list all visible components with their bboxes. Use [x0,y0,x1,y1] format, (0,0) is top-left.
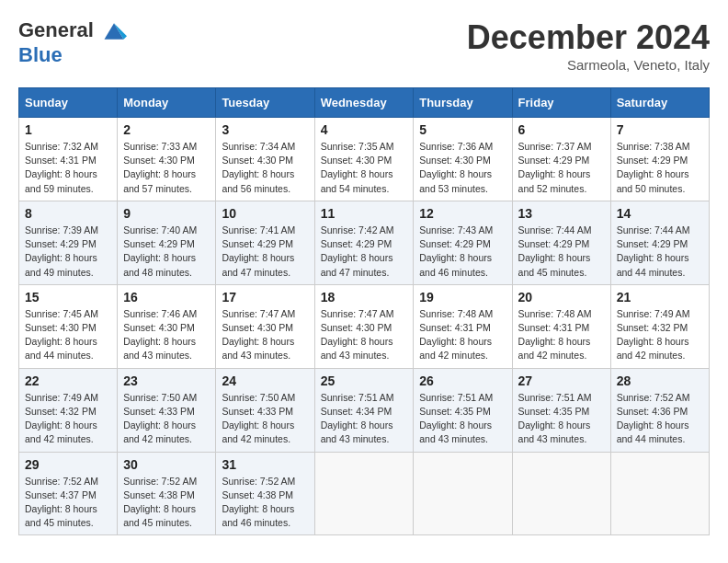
day-header-tuesday: Tuesday [216,88,314,118]
calendar-cell: 22 Sunrise: 7:49 AM Sunset: 4:32 PM Dayl… [19,368,118,452]
day-info: Sunrise: 7:48 AM Sunset: 4:31 PM Dayligh… [518,307,605,363]
day-header-thursday: Thursday [414,88,512,118]
calendar-cell: 30 Sunrise: 7:52 AM Sunset: 4:38 PM Dayl… [118,452,216,535]
day-info: Sunrise: 7:39 AM Sunset: 4:29 PM Dayligh… [25,224,111,280]
calendar-cell: 6 Sunrise: 7:37 AM Sunset: 4:29 PM Dayli… [512,118,610,201]
calendar-cell: 4 Sunrise: 7:35 AM Sunset: 4:30 PM Dayli… [314,118,414,201]
calendar-cell: 28 Sunrise: 7:52 AM Sunset: 4:36 PM Dayl… [610,368,709,452]
day-number: 23 [123,373,210,388]
day-info: Sunrise: 7:50 AM Sunset: 4:33 PM Dayligh… [123,391,210,447]
calendar-cell: 24 Sunrise: 7:50 AM Sunset: 4:33 PM Dayl… [216,368,314,452]
day-info: Sunrise: 7:49 AM Sunset: 4:32 PM Dayligh… [25,391,111,447]
location-subtitle: Sarmeola, Veneto, Italy [467,57,710,73]
day-number: 25 [321,373,408,388]
calendar-cell: 1 Sunrise: 7:32 AM Sunset: 4:31 PM Dayli… [19,118,118,201]
day-number: 5 [419,122,506,137]
title-block: December 2024 Sarmeola, Veneto, Italy [467,18,710,73]
day-header-saturday: Saturday [610,88,709,118]
day-number: 29 [25,457,111,472]
day-info: Sunrise: 7:48 AM Sunset: 4:31 PM Dayligh… [419,307,506,363]
day-info: Sunrise: 7:52 AM Sunset: 4:38 PM Dayligh… [222,475,308,531]
calendar-cell: 12 Sunrise: 7:43 AM Sunset: 4:29 PM Dayl… [414,201,512,284]
day-number: 14 [617,206,703,221]
day-info: Sunrise: 7:32 AM Sunset: 4:31 PM Dayligh… [25,140,111,196]
day-number: 1 [25,122,111,137]
calendar-cell: 7 Sunrise: 7:38 AM Sunset: 4:29 PM Dayli… [610,118,709,201]
logo: General Blue [18,18,127,66]
day-info: Sunrise: 7:36 AM Sunset: 4:30 PM Dayligh… [419,140,506,196]
logo-text-blue: Blue [18,44,127,66]
calendar-cell [414,452,512,535]
day-number: 31 [222,457,308,472]
calendar-cell: 16 Sunrise: 7:46 AM Sunset: 4:30 PM Dayl… [118,284,216,368]
calendar-cell: 11 Sunrise: 7:42 AM Sunset: 4:29 PM Dayl… [314,201,414,284]
day-info: Sunrise: 7:51 AM Sunset: 4:35 PM Dayligh… [518,391,605,447]
day-number: 30 [123,457,210,472]
day-number: 8 [25,206,111,221]
day-number: 7 [617,122,703,137]
day-number: 16 [123,290,210,304]
logo-icon [101,18,127,44]
calendar-cell: 20 Sunrise: 7:48 AM Sunset: 4:31 PM Dayl… [512,284,610,368]
calendar-cell: 3 Sunrise: 7:34 AM Sunset: 4:30 PM Dayli… [216,118,314,201]
page-header: General Blue December 2024 Sarmeola, Ven… [18,18,710,73]
day-info: Sunrise: 7:47 AM Sunset: 4:30 PM Dayligh… [321,307,408,363]
calendar-cell: 27 Sunrise: 7:51 AM Sunset: 4:35 PM Dayl… [512,368,610,452]
day-number: 12 [419,206,506,221]
day-number: 15 [25,290,111,304]
day-number: 6 [518,122,605,137]
day-info: Sunrise: 7:51 AM Sunset: 4:34 PM Dayligh… [321,391,408,447]
day-info: Sunrise: 7:49 AM Sunset: 4:32 PM Dayligh… [617,307,703,363]
day-number: 20 [518,290,605,304]
day-info: Sunrise: 7:38 AM Sunset: 4:29 PM Dayligh… [617,140,703,196]
calendar-cell: 9 Sunrise: 7:40 AM Sunset: 4:29 PM Dayli… [118,201,216,284]
calendar-cell: 13 Sunrise: 7:44 AM Sunset: 4:29 PM Dayl… [512,201,610,284]
day-info: Sunrise: 7:44 AM Sunset: 4:29 PM Dayligh… [518,224,605,280]
calendar-cell: 10 Sunrise: 7:41 AM Sunset: 4:29 PM Dayl… [216,201,314,284]
day-header-sunday: Sunday [19,88,118,118]
day-info: Sunrise: 7:41 AM Sunset: 4:29 PM Dayligh… [222,224,308,280]
calendar-cell: 19 Sunrise: 7:48 AM Sunset: 4:31 PM Dayl… [414,284,512,368]
calendar-cell: 21 Sunrise: 7:49 AM Sunset: 4:32 PM Dayl… [610,284,709,368]
day-number: 9 [123,206,210,221]
calendar-cell: 23 Sunrise: 7:50 AM Sunset: 4:33 PM Dayl… [118,368,216,452]
day-header-friday: Friday [512,88,610,118]
day-number: 18 [321,290,408,304]
calendar-cell [512,452,610,535]
day-header-wednesday: Wednesday [314,88,414,118]
calendar-cell [314,452,414,535]
calendar-cell: 31 Sunrise: 7:52 AM Sunset: 4:38 PM Dayl… [216,452,314,535]
calendar-cell: 15 Sunrise: 7:45 AM Sunset: 4:30 PM Dayl… [19,284,118,368]
day-number: 4 [321,122,408,137]
calendar-cell: 18 Sunrise: 7:47 AM Sunset: 4:30 PM Dayl… [314,284,414,368]
day-info: Sunrise: 7:47 AM Sunset: 4:30 PM Dayligh… [222,307,308,363]
day-number: 24 [222,373,308,388]
day-info: Sunrise: 7:43 AM Sunset: 4:29 PM Dayligh… [419,224,506,280]
day-info: Sunrise: 7:37 AM Sunset: 4:29 PM Dayligh… [518,140,605,196]
day-number: 22 [25,373,111,388]
day-info: Sunrise: 7:34 AM Sunset: 4:30 PM Dayligh… [222,140,308,196]
calendar-cell: 14 Sunrise: 7:44 AM Sunset: 4:29 PM Dayl… [610,201,709,284]
calendar-header-row: SundayMondayTuesdayWednesdayThursdayFrid… [19,88,710,118]
calendar-cell: 25 Sunrise: 7:51 AM Sunset: 4:34 PM Dayl… [314,368,414,452]
day-number: 2 [123,122,210,137]
day-info: Sunrise: 7:42 AM Sunset: 4:29 PM Dayligh… [321,224,408,280]
day-info: Sunrise: 7:52 AM Sunset: 4:36 PM Dayligh… [617,391,703,447]
calendar-cell [610,452,709,535]
month-title: December 2024 [467,18,710,57]
day-number: 21 [617,290,703,304]
calendar-cell: 17 Sunrise: 7:47 AM Sunset: 4:30 PM Dayl… [216,284,314,368]
day-number: 11 [321,206,408,221]
day-number: 28 [617,373,703,388]
day-number: 27 [518,373,605,388]
calendar-cell: 8 Sunrise: 7:39 AM Sunset: 4:29 PM Dayli… [19,201,118,284]
day-info: Sunrise: 7:52 AM Sunset: 4:37 PM Dayligh… [25,475,111,531]
day-number: 3 [222,122,308,137]
calendar-cell: 2 Sunrise: 7:33 AM Sunset: 4:30 PM Dayli… [118,118,216,201]
day-info: Sunrise: 7:35 AM Sunset: 4:30 PM Dayligh… [321,140,408,196]
day-info: Sunrise: 7:51 AM Sunset: 4:35 PM Dayligh… [419,391,506,447]
day-number: 10 [222,206,308,221]
day-info: Sunrise: 7:45 AM Sunset: 4:30 PM Dayligh… [25,307,111,363]
day-number: 26 [419,373,506,388]
day-info: Sunrise: 7:44 AM Sunset: 4:29 PM Dayligh… [617,224,703,280]
